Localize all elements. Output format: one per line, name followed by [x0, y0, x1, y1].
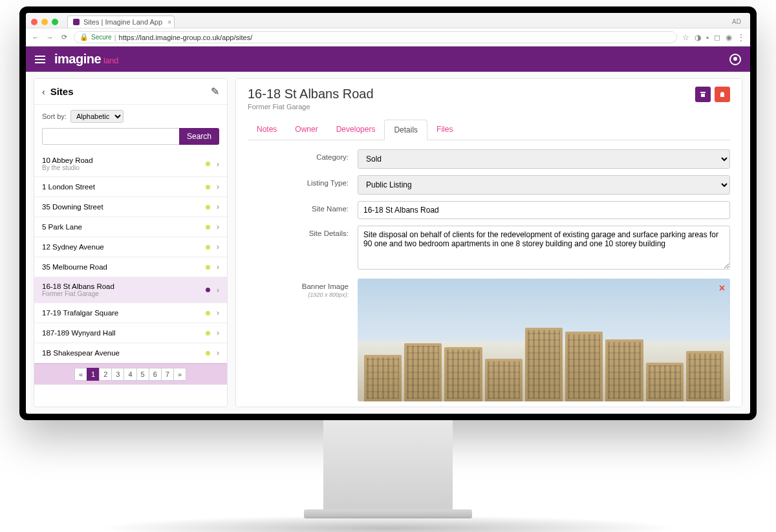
site-item[interactable]: 16-18 St Albans RoadFormer Fiat Garage›	[34, 277, 227, 303]
window-traffic-lights[interactable]	[31, 19, 58, 25]
tab-favicon	[73, 19, 80, 25]
star-icon[interactable]: ☆	[682, 33, 689, 42]
sidebar-title: Sites	[50, 86, 206, 97]
browser-chrome: Sites | Imagine Land App × AD ← → ⟳ 🔒 Se…	[26, 13, 750, 47]
status-dot-icon	[206, 245, 210, 250]
close-tab-icon[interactable]: ×	[167, 19, 171, 26]
browser-tab[interactable]: Sites | Imagine Land App ×	[67, 16, 175, 28]
status-dot-icon	[206, 185, 210, 189]
banner-image: ×	[358, 279, 730, 401]
remove-banner-icon[interactable]: ×	[719, 282, 725, 294]
chevron-right-icon: ›	[217, 182, 219, 191]
site-item[interactable]: 17-19 Trafalgar Square›	[34, 303, 227, 323]
app-header: imagineland	[26, 47, 750, 72]
page-link[interactable]: 6	[149, 368, 162, 381]
chevron-right-icon: ›	[217, 348, 219, 357]
minimize-window-icon[interactable]	[41, 19, 48, 25]
site-item[interactable]: 10 Abbey RoadBy the studio›	[34, 151, 227, 177]
site-list: 10 Abbey RoadBy the studio›1 London Stre…	[34, 151, 227, 363]
address-bar[interactable]: 🔒 Secure | https://land.imagine-group.co…	[74, 31, 677, 43]
chevron-right-icon: ›	[217, 222, 219, 231]
site-item[interactable]: 35 Downing Street›	[34, 197, 227, 217]
page-link[interactable]: 3	[111, 368, 124, 381]
status-dot-icon	[206, 162, 210, 166]
extension-icon[interactable]: ◑	[695, 33, 701, 42]
svg-rect-0	[700, 92, 706, 93]
page-subtitle: Former Fiat Garage	[248, 103, 374, 111]
chevron-right-icon: ›	[217, 328, 219, 337]
site-item[interactable]: 1 London Street›	[34, 177, 227, 197]
chevron-right-icon: ›	[217, 202, 219, 211]
sitename-label: Site Name:	[248, 201, 358, 219]
search-button[interactable]: Search	[179, 128, 219, 145]
menu-dots-icon[interactable]: ⋮	[737, 33, 745, 42]
chevron-right-icon: ›	[217, 262, 219, 271]
site-item[interactable]: 12 Sydney Avenue›	[34, 237, 227, 257]
chevron-right-icon: ›	[217, 242, 219, 251]
extension-icon-2[interactable]: ▪	[706, 33, 709, 42]
status-dot-icon	[206, 331, 210, 335]
extension-icon-3[interactable]: ◻	[714, 33, 720, 42]
sort-select[interactable]: Alphabetic	[70, 110, 124, 123]
sitename-input[interactable]	[358, 201, 730, 219]
extension-icon-4[interactable]: ◉	[726, 33, 732, 42]
tab-notes[interactable]: Notes	[248, 120, 286, 140]
page-link[interactable]: 1	[87, 368, 100, 381]
details-textarea[interactable]: Site disposal on behalf of clients for t…	[358, 226, 730, 270]
page-link[interactable]: 5	[136, 368, 149, 381]
status-dot-icon	[206, 288, 210, 292]
status-dot-icon	[206, 351, 210, 356]
page-link[interactable]: »	[173, 368, 186, 381]
details-label: Site Details:	[248, 226, 358, 272]
url-text: https://land.imagine-group.co.uk/app/sit…	[119, 34, 253, 41]
page-link[interactable]: 7	[161, 368, 174, 381]
status-dot-icon	[206, 225, 210, 229]
listing-select[interactable]: Public Listing	[358, 175, 730, 195]
page-link[interactable]: «	[74, 368, 87, 381]
detail-tabs: NotesOwnerDevelopersDetailsFiles	[248, 120, 730, 140]
chevron-right-icon: ›	[217, 160, 219, 169]
chevron-right-icon: ›	[217, 286, 219, 295]
maximize-window-icon[interactable]	[52, 19, 58, 25]
site-item[interactable]: 5 Park Lane›	[34, 217, 227, 237]
lock-icon: 🔒	[80, 33, 89, 41]
category-select[interactable]: Sold	[358, 149, 730, 169]
edit-icon[interactable]: ✎	[211, 85, 219, 98]
tab-owner[interactable]: Owner	[286, 120, 327, 140]
site-item[interactable]: 187-189 Wynyard Hall›	[34, 323, 227, 343]
status-dot-icon	[206, 265, 210, 270]
status-dot-icon	[206, 311, 210, 315]
forward-icon[interactable]: →	[45, 34, 54, 41]
page-link[interactable]: 2	[99, 368, 112, 381]
page-link[interactable]: 4	[124, 368, 136, 381]
tab-title: Sites | Imagine Land App	[83, 18, 162, 26]
back-chevron-icon[interactable]: ‹	[42, 87, 45, 97]
back-icon[interactable]: ←	[31, 34, 40, 41]
status-dot-icon	[206, 205, 210, 209]
listing-label: Listing Type:	[248, 175, 358, 195]
archive-button[interactable]	[695, 87, 711, 102]
tab-developers[interactable]: Developers	[327, 120, 385, 140]
search-input[interactable]	[42, 128, 179, 145]
site-item[interactable]: 35 Melbourne Road›	[34, 257, 227, 277]
ad-label: AD	[732, 18, 745, 25]
reload-icon[interactable]: ⟳	[59, 33, 69, 41]
sites-sidebar: ‹ Sites ✎ Sort by: Alphabetic Search	[34, 78, 228, 407]
user-avatar-icon[interactable]	[729, 54, 741, 65]
category-label: Category:	[248, 149, 358, 169]
main-panel: 16-18 St Albans Road Former Fiat Garage	[235, 78, 742, 407]
tab-files[interactable]: Files	[427, 120, 462, 140]
page-title: 16-18 St Albans Road	[248, 87, 374, 101]
close-window-icon[interactable]	[31, 19, 38, 25]
tab-details[interactable]: Details	[384, 120, 427, 140]
secure-label: Secure	[91, 34, 112, 41]
sort-label: Sort by:	[42, 112, 67, 120]
chevron-right-icon: ›	[217, 308, 219, 317]
banner-label: Banner Image (1920 x 800px):	[248, 279, 358, 401]
delete-button[interactable]	[715, 87, 730, 102]
brand-logo[interactable]: imagineland	[54, 52, 118, 67]
svg-rect-1	[701, 94, 705, 97]
pagination: «1234567»	[34, 363, 227, 385]
site-item[interactable]: 1B Shakespear Avenue›	[34, 343, 227, 363]
hamburger-icon[interactable]	[35, 54, 45, 65]
